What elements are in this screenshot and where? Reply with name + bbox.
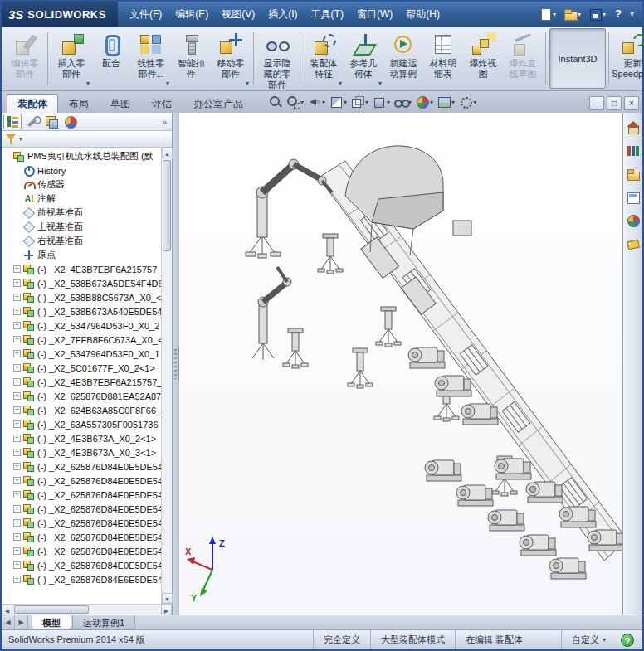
tree-item[interactable]: +前视基准面 <box>2 206 161 220</box>
tab-assembly[interactable]: 装配体 <box>7 94 58 113</box>
expand-icon[interactable]: + <box>13 435 21 442</box>
expand-icon[interactable]: + <box>13 350 21 357</box>
tree-item[interactable]: +(-) _X2_625876D84E0E5DE54 <box>2 530 161 544</box>
tree-item[interactable]: +上视基准面 <box>2 220 161 234</box>
task-pane-resources[interactable] <box>625 119 642 136</box>
menu-item[interactable]: 文件(F) <box>123 2 168 27</box>
hide-show-items-button[interactable]: ▾ <box>393 93 413 111</box>
tree-item[interactable]: +(-) _X2_538B88C5673A_X0_< <box>2 290 161 304</box>
new-motion-study-button[interactable]: 新建运 动算例▾ <box>383 28 423 89</box>
tree-item[interactable]: +(-) _X2_5347964D53F0_X0_2 <box>2 318 161 333</box>
tree-item[interactable]: +(-) _X2_5C01677F_X0_2<1> <box>2 361 161 375</box>
expand-icon[interactable]: + <box>13 364 21 372</box>
save-button[interactable]: ▾ <box>586 5 608 23</box>
tab-sketch[interactable]: 草图 <box>100 94 141 113</box>
view-orientation-button[interactable]: ▾ <box>349 93 370 111</box>
status-custom-dropdown[interactable]: 自定义 ▾ <box>561 630 616 649</box>
menu-item[interactable]: 插入(I) <box>261 2 304 27</box>
panel-splitter[interactable] <box>173 113 179 615</box>
menu-item[interactable]: 窗口(W) <box>350 2 399 27</box>
orientation-triad[interactable]: Z X Y <box>184 532 242 603</box>
expand-icon[interactable]: + <box>13 477 21 484</box>
exploded-view-button[interactable]: 爆炸视 图▾ <box>463 28 503 89</box>
tree-item[interactable]: +(-) _X2_625876D84E6E5DE54 <box>2 572 161 586</box>
menu-item[interactable]: 视图(V) <box>215 2 261 27</box>
tree-horizontal-scrollbar[interactable]: ◀ ▶ <box>2 604 172 615</box>
tab-office-products[interactable]: 办公室产品 <box>183 94 254 113</box>
tree-item[interactable]: +(-) _X2_5347964D53F0_X0_1 <box>2 347 161 361</box>
instant3d-button[interactable]: Instant3D▾ <box>549 28 606 89</box>
tree-item[interactable]: +(-) _X2_538B673A5DE54F4D6 <box>2 276 161 290</box>
featuremanager-tab[interactable] <box>3 114 22 129</box>
open-button[interactable]: ▾ <box>561 5 583 23</box>
expand-icon[interactable]: + <box>13 576 21 583</box>
propertymanager-tab[interactable] <box>22 114 41 129</box>
assembly-model[interactable] <box>179 113 622 615</box>
new-document-button[interactable]: ▾ <box>536 5 559 23</box>
doc-tab-scroll-button[interactable]: ▶ <box>15 615 28 629</box>
menu-item[interactable]: 帮助(H) <box>399 2 446 27</box>
restore-doc-button[interactable]: □ <box>607 96 622 110</box>
tree-filter-bar[interactable]: ▾ <box>2 131 172 148</box>
menu-item[interactable]: 编辑(E) <box>168 2 215 27</box>
expand-icon[interactable]: + <box>13 533 21 541</box>
tree-item[interactable]: +(-) _X2_625876D84E0E5DE54 <box>2 502 161 516</box>
bill-of-materials-button[interactable]: 材料明 细表▾ <box>423 28 463 89</box>
tree-item[interactable]: +History <box>2 163 161 177</box>
tree-item[interactable]: +(-) _X2_625876D84E0E5DE54 <box>2 488 161 502</box>
model-tab[interactable]: 模型 <box>32 615 71 629</box>
tree-item[interactable]: +(-) _X2_4E3B7EBF6A215757_ <box>2 262 161 276</box>
expand-icon[interactable]: + <box>13 449 21 456</box>
previous-view-button[interactable]: ▾ <box>306 93 327 111</box>
tree-item[interactable]: +传感器 <box>2 177 161 192</box>
zoom-fit-button[interactable]: ▾ <box>267 93 284 111</box>
expand-icon[interactable]: + <box>13 406 21 414</box>
linear-component-pattern-button[interactable]: 线性零 部件...▾ <box>131 28 171 89</box>
task-pane-appearances[interactable] <box>625 212 642 229</box>
expand-icon[interactable]: + <box>13 294 21 301</box>
status-help-badge[interactable]: ? <box>621 634 634 647</box>
expand-icon[interactable]: + <box>13 519 21 527</box>
scroll-thumb[interactable] <box>163 160 171 251</box>
expand-icon[interactable]: + <box>13 265 21 273</box>
tree-item[interactable]: +(-) _X2_625876D881EA52A87 <box>2 389 161 403</box>
task-pane-design-library[interactable] <box>625 143 642 159</box>
menu-item[interactable]: 工具(T) <box>305 2 350 27</box>
doc-tab-scroll-button[interactable]: ◀ <box>2 615 15 629</box>
tree-item[interactable]: +(-) _X2_4E3B673A_X0_3<1> <box>2 445 161 459</box>
tab-layout[interactable]: 布局 <box>58 94 100 113</box>
mate-button[interactable]: 配合▾ <box>91 28 131 89</box>
display-style-button[interactable]: ▾ <box>371 93 392 111</box>
expand-icon[interactable]: + <box>13 308 21 315</box>
expand-icon[interactable]: + <box>13 378 21 386</box>
tree-vertical-scrollbar[interactable]: ▲ ▼ <box>161 148 172 604</box>
expand-icon[interactable]: + <box>13 491 21 498</box>
tree-item[interactable]: +(-) _X2_625876D84E0E5DE54 <box>2 544 161 558</box>
expand-icon[interactable]: + <box>13 392 21 400</box>
task-pane-file-explorer[interactable] <box>625 166 642 182</box>
edit-appearance-button[interactable]: ▾ <box>414 93 435 111</box>
tree-item[interactable]: +(-) _X2_625876D84E0E5DE54 <box>2 474 161 488</box>
tab-evaluate[interactable]: 评估 <box>141 94 183 113</box>
scroll-track[interactable] <box>162 158 172 593</box>
close-doc-button[interactable]: × <box>624 96 639 110</box>
section-view-button[interactable]: ▾ <box>328 93 349 111</box>
zoom-area-button[interactable]: ▾ <box>285 93 305 111</box>
apply-scene-button[interactable]: ▾ <box>436 93 456 111</box>
tree-item[interactable]: +PMS曳引机流水线总装配图 (默 <box>2 149 161 163</box>
titlebar-chevron-icon[interactable]: ▾ <box>628 2 642 27</box>
panel-overflow-chevron[interactable]: » <box>159 117 170 127</box>
scroll-thumb[interactable] <box>14 605 89 614</box>
smart-fasteners-button[interactable]: 智能扣 件▾ <box>171 28 211 89</box>
tree-item[interactable]: +注解 <box>2 192 161 206</box>
tree-item[interactable]: +(-) _X2_4E3B7EBF6A215757_ <box>2 375 161 389</box>
task-pane-view-palette[interactable] <box>625 189 642 206</box>
expand-icon[interactable]: + <box>13 336 21 343</box>
tree-item[interactable]: +原点 <box>2 248 161 262</box>
expand-icon[interactable]: + <box>13 561 21 569</box>
graphics-viewport[interactable]: Z X Y <box>179 113 622 615</box>
tree-item[interactable]: +(-) _X2_63A557305F0051736 <box>2 417 161 431</box>
configurationmanager-tab[interactable] <box>41 114 60 129</box>
update-speedpak-button[interactable]: 更新 Speedpak▾ <box>612 28 644 89</box>
tree-item[interactable]: +(-) _X2_625876D84E0E5DE54 <box>2 459 161 474</box>
